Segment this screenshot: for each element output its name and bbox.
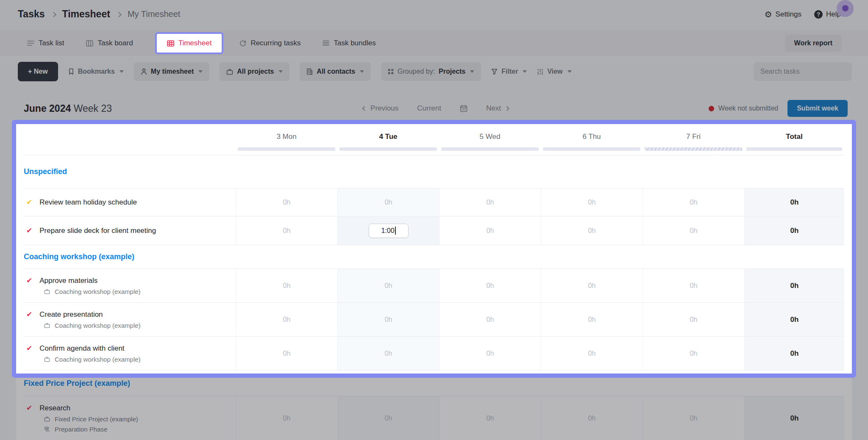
time-cell[interactable]: 0h [643,337,744,370]
time-cell[interactable]: 0h [439,269,541,302]
all-contacts-dropdown[interactable]: All contacts [300,62,371,81]
grid-icon [167,40,174,47]
breadcrumb-timesheet[interactable]: Timesheet [62,8,110,20]
briefcase-icon [44,416,50,422]
task-phase-line: Preparation Phase [44,426,232,433]
group-heading-fixed-price-project[interactable]: Fixed Price Project (example) [24,370,844,396]
group-heading-unspecified[interactable]: Unspecified [24,155,844,188]
task-name-cell: ✔ Approve materials Coaching workshop (e… [24,269,236,302]
check-icon[interactable]: ✔ [26,199,32,206]
tab-recurring-tasks[interactable]: Recurring tasks [239,39,300,47]
briefcase-icon [226,69,233,75]
time-cell[interactable]: 0h [541,396,643,440]
breadcrumb-tasks[interactable]: Tasks [18,8,45,20]
group-heading-coaching-workshop[interactable]: Coaching workshop (example) [24,245,844,268]
time-cell[interactable]: 0h [439,337,541,370]
filter-label: Filter [501,68,518,75]
time-cell-editing[interactable]: 1:00 [337,216,439,245]
briefcase-icon [44,289,50,294]
search-input[interactable] [754,62,852,81]
new-button[interactable]: + New [18,62,58,81]
view-dropdown[interactable]: View [537,68,571,75]
time-cell[interactable]: 0h [541,337,643,370]
status-dot-icon [709,106,714,111]
building-icon [306,68,313,75]
time-cell[interactable]: 0h [541,188,643,216]
time-cell[interactable]: 0h [643,269,744,302]
task-row: ✔ Prepare slide deck for client meeting … [24,216,844,245]
col-header-tue: 4 Tue [337,120,439,155]
time-cell[interactable]: 0h [337,337,439,370]
time-cell[interactable]: 0h [643,396,744,440]
tab-task-list[interactable]: Task list [27,39,64,47]
task-title[interactable]: Confirm agenda with client [39,344,124,353]
day-progress-bar [543,147,640,151]
time-cell[interactable]: 0h [643,188,744,216]
time-cell[interactable]: 0h [337,269,439,302]
all-projects-dropdown[interactable]: All projects [220,62,289,81]
current-week-button[interactable]: Current [417,104,441,113]
task-project: Coaching workshop (example) [55,322,141,329]
time-cell[interactable]: 0h [236,337,337,370]
chevron-down-icon [278,70,283,73]
time-cell[interactable]: 0h [439,188,541,216]
settings-button[interactable]: ⚙ Settings [765,10,801,19]
task-title[interactable]: Research [39,404,70,412]
tab-label: Task list [39,39,64,47]
time-cell[interactable]: 0h [236,188,337,216]
task-project: Coaching workshop (example) [55,356,141,363]
day-progress-bar-hatched [645,147,742,151]
my-timesheet-dropdown[interactable]: My timesheet [134,62,209,81]
time-cell[interactable]: 0h [236,303,337,336]
task-title[interactable]: Prepare slide deck for client meeting [39,227,156,235]
time-cell[interactable]: 0h [337,396,439,440]
time-input-value: 1:00 [381,227,394,235]
time-cell[interactable]: 0h [236,269,337,302]
task-project-line: Coaching workshop (example) [44,288,232,295]
tab-timesheet[interactable]: Timesheet [155,32,224,54]
previous-week-button[interactable]: Previous [363,104,398,113]
calendar-button[interactable] [460,105,467,112]
refresh-icon [239,40,246,47]
time-cell[interactable]: 0h [541,303,643,336]
grouped-by-dropdown[interactable]: Grouped by: Projects [381,62,481,81]
check-icon[interactable]: ✔ [26,227,32,234]
task-row: ✔ Review team holiday schedule 0h 0h 0h … [24,188,844,216]
time-cell[interactable]: 0h [236,396,337,440]
submit-week-button[interactable]: Submit week [787,100,848,117]
time-cell[interactable]: 0h [541,269,643,302]
time-cell[interactable]: 0h [541,216,643,245]
task-title[interactable]: Create presentation [39,310,103,319]
check-icon[interactable]: ✔ [26,277,32,284]
chevron-left-icon [362,106,367,111]
day-progress-bar [441,147,539,151]
time-cell[interactable]: 0h [236,216,337,245]
time-cell[interactable]: 0h [439,303,541,336]
check-icon[interactable]: ✔ [26,345,32,352]
next-week-button[interactable]: Next [486,104,509,113]
all-contacts-label: All contacts [317,68,355,75]
task-project-line: Coaching workshop (example) [44,356,232,363]
avatar[interactable] [837,0,854,17]
bookmarks-dropdown[interactable]: Bookmarks [68,68,124,75]
tab-task-bundles[interactable]: Task bundles [323,39,376,47]
work-report-button[interactable]: Work report [785,35,842,52]
tab-task-board[interactable]: Task board [86,39,133,47]
time-input[interactable]: 1:00 [369,224,409,238]
filter-dropdown[interactable]: Filter [491,68,527,75]
day-progress-bar [339,147,437,151]
week-title: June 2024 Week 23 [24,103,112,114]
task-title[interactable]: Review team holiday schedule [39,198,137,207]
task-row: ✔ Approve materials Coaching workshop (e… [24,268,844,302]
time-cell[interactable]: 0h [439,216,541,245]
time-cell[interactable]: 0h [337,303,439,336]
time-cell[interactable]: 0h [439,396,541,440]
time-cell[interactable]: 0h [337,188,439,216]
bookmarks-label: Bookmarks [78,68,115,75]
all-projects-label: All projects [237,68,274,75]
check-icon[interactable]: ✔ [26,404,32,412]
time-cell[interactable]: 0h [643,303,744,336]
task-title[interactable]: Approve materials [39,277,97,285]
check-icon[interactable]: ✔ [26,311,32,318]
time-cell[interactable]: 0h [643,216,744,245]
